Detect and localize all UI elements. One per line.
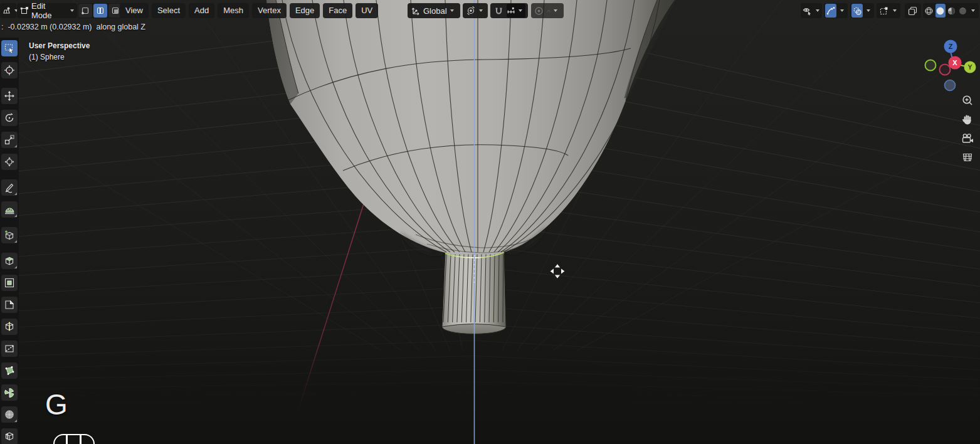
pivot-point-dropdown[interactable] bbox=[463, 3, 488, 18]
tool-measure[interactable] bbox=[1, 201, 18, 218]
chevron-down-icon bbox=[816, 9, 819, 12]
rotate-icon bbox=[4, 112, 15, 124]
snap-group bbox=[490, 3, 528, 18]
chevron-down-icon bbox=[519, 9, 522, 12]
show-gizmo-toggle[interactable] bbox=[825, 4, 836, 18]
editor-type-selector[interactable] bbox=[0, 3, 16, 18]
shading-solid-button[interactable] bbox=[935, 4, 946, 18]
shading-rendered-button[interactable] bbox=[957, 4, 967, 18]
chevron-down-icon bbox=[450, 9, 454, 12]
chevron-down-icon bbox=[893, 9, 897, 12]
proportional-editing-toggle[interactable] bbox=[532, 4, 545, 18]
shading-material-button[interactable] bbox=[947, 4, 957, 18]
tool-inset-faces[interactable] bbox=[1, 275, 18, 291]
chevron-down-icon bbox=[479, 9, 483, 12]
header-menubar: ViewSelectAddMeshVertexEdgeFaceUV bbox=[120, 3, 378, 18]
xray-toggle[interactable] bbox=[905, 3, 921, 18]
mouse-divider-left bbox=[66, 435, 68, 444]
mouse-divider-right bbox=[80, 435, 82, 444]
orientation-axes-icon bbox=[411, 6, 421, 16]
shading-wireframe-button[interactable] bbox=[924, 4, 934, 18]
mesh-edit-overlay-dropdown[interactable] bbox=[878, 4, 889, 18]
chevron-down-icon bbox=[554, 9, 557, 12]
menu-vertex[interactable]: Vertex bbox=[252, 3, 287, 18]
menu-edge[interactable]: Edge bbox=[290, 3, 320, 18]
show-overlays-toggle[interactable] bbox=[851, 4, 863, 18]
tool-annotate[interactable] bbox=[1, 179, 18, 196]
tool-move[interactable] bbox=[1, 88, 18, 104]
gizmo-minus-x-ball[interactable] bbox=[940, 65, 951, 75]
chevron-down-icon bbox=[70, 9, 74, 12]
move-icon bbox=[4, 90, 15, 102]
tool-bevel[interactable] bbox=[1, 297, 18, 313]
gizmo-minus-y-ball[interactable] bbox=[925, 60, 936, 71]
tool-cursor[interactable] bbox=[1, 62, 18, 78]
pan-button[interactable] bbox=[959, 111, 976, 127]
snap-toggle-magnet-icon[interactable] bbox=[492, 4, 505, 18]
tool-add-cube[interactable] bbox=[1, 227, 18, 243]
gizmo-minus-z-ball[interactable] bbox=[945, 80, 956, 91]
chevron-down-icon bbox=[867, 9, 870, 12]
screencast-key-overlay: G bbox=[45, 388, 68, 421]
tool-loop-cut[interactable] bbox=[1, 319, 18, 335]
tool-select-box[interactable] bbox=[1, 40, 18, 56]
tool-smooth[interactable] bbox=[1, 406, 18, 423]
proportional-edit-group bbox=[531, 3, 564, 18]
show-overlays-group bbox=[850, 3, 874, 18]
select-mode-group bbox=[78, 3, 123, 18]
poly-build-icon bbox=[4, 365, 15, 376]
tool-spin[interactable] bbox=[1, 384, 18, 401]
add-cube-icon bbox=[4, 230, 15, 241]
inset-faces-icon bbox=[4, 277, 15, 288]
transform-orientation-dropdown[interactable]: Global bbox=[408, 3, 460, 18]
edit-mode-icon bbox=[20, 6, 29, 15]
pivot-point-icon bbox=[466, 6, 476, 16]
subtool-indicator bbox=[14, 420, 17, 422]
show-gizmo-group bbox=[824, 3, 848, 18]
snap-target-dropdown[interactable] bbox=[507, 4, 525, 18]
subtool-indicator bbox=[14, 145, 17, 147]
menu-mesh[interactable]: Mesh bbox=[218, 3, 249, 18]
bevel-icon bbox=[4, 299, 15, 310]
edge-slide-icon bbox=[4, 431, 15, 442]
viewport-3d[interactable] bbox=[0, 0, 980, 444]
menu-select[interactable]: Select bbox=[152, 3, 186, 18]
subtool-indicator bbox=[14, 193, 17, 195]
tool-knife[interactable] bbox=[1, 341, 18, 357]
zoom-button[interactable] bbox=[959, 92, 976, 108]
active-object-label: (1) Sphere bbox=[29, 51, 90, 63]
tool-poly-build[interactable] bbox=[1, 362, 18, 379]
orthographic-grid-icon bbox=[961, 151, 974, 164]
transform-icon bbox=[4, 156, 15, 167]
subtool-indicator bbox=[14, 266, 17, 268]
edge-select-mode-button[interactable] bbox=[93, 4, 107, 18]
vertex-select-mode-button[interactable] bbox=[78, 4, 92, 18]
mode-selector-dropdown[interactable]: Edit Mode bbox=[17, 3, 77, 18]
menu-view[interactable]: View bbox=[120, 3, 149, 18]
tool-extrude-region[interactable] bbox=[1, 253, 18, 269]
screencast-mouse-graphic bbox=[53, 434, 95, 444]
toggle-orthographic-button[interactable] bbox=[959, 149, 976, 166]
view-perspective-label: User Perspective bbox=[29, 40, 90, 51]
navigation-axis-gizmo[interactable]: Z Y X bbox=[917, 33, 979, 95]
tool-edge-slide[interactable] bbox=[1, 428, 18, 444]
gizmo-z-label: Z bbox=[949, 43, 953, 50]
object-visibility-eye-icon bbox=[803, 6, 813, 16]
gizmo-x-label: X bbox=[952, 59, 957, 66]
mesh-edit-overlay-group bbox=[877, 3, 900, 18]
object-visibility-dropdown[interactable] bbox=[801, 3, 822, 18]
menu-face[interactable]: Face bbox=[323, 3, 352, 18]
viewport-info-overlay: User Perspective (1) Sphere bbox=[29, 40, 90, 63]
cursor-icon bbox=[4, 65, 15, 76]
smooth-icon bbox=[4, 409, 15, 420]
falloff-curve-dropdown[interactable] bbox=[547, 4, 561, 18]
menu-add[interactable]: Add bbox=[189, 3, 214, 18]
menu-uv[interactable]: UV bbox=[356, 3, 378, 18]
camera-view-button[interactable] bbox=[959, 130, 976, 147]
tool-scale[interactable] bbox=[1, 132, 18, 148]
chevron-down-icon bbox=[840, 9, 844, 12]
orientation-label: Global bbox=[421, 6, 447, 16]
tool-transform[interactable] bbox=[1, 154, 18, 170]
3d-viewport-editor-icon bbox=[2, 6, 11, 16]
tool-rotate[interactable] bbox=[1, 110, 18, 126]
